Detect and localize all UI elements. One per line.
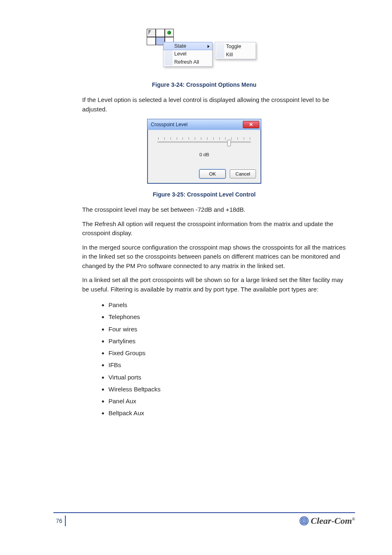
page-number: 76 (53, 516, 66, 526)
level-readout: 0 dB (155, 152, 254, 157)
slider-ticks (158, 137, 250, 140)
cancel-button[interactable]: Cancel (230, 169, 256, 178)
list-item: Partylines (108, 335, 347, 347)
slider-thumb[interactable] (227, 140, 231, 146)
context-menu: State Level Refresh All (163, 42, 212, 67)
list-item: Fixed Groups (108, 347, 347, 359)
list-item: IFBs (108, 359, 347, 371)
logo-icon (300, 517, 308, 525)
port-type-list: PanelsTelephonesFour wiresPartylinesFixe… (99, 299, 347, 419)
page-footer: 76 Clear-Com® (53, 512, 355, 526)
active-indicator-icon (167, 31, 171, 35)
body-text: If the Level option is selected a level … (82, 95, 347, 114)
list-item: Panel Aux (108, 395, 347, 407)
brand-logo: Clear-Com® (300, 516, 355, 526)
menu-item-refresh-all[interactable]: Refresh All (164, 58, 212, 66)
body-text: In the merged source configuration the c… (82, 243, 347, 271)
menu-label: Refresh All (174, 59, 199, 65)
body-text: In a linked set all the port crosspoints… (82, 275, 347, 294)
figure-caption-2: Figure 3-25: Crosspoint Level Control (53, 191, 355, 198)
list-item: Virtual ports (108, 371, 347, 383)
dialog-title: Crosspoint Level (151, 122, 187, 127)
crosspoint-options-figure: State Level Refresh All Toggle Kill (147, 29, 262, 74)
list-item: Wireless Beltpacks (108, 383, 347, 395)
figure-caption-1: Figure 3-24: Crosspoint Options Menu (53, 81, 355, 88)
body-text: The Refresh All option will request the … (82, 220, 347, 238)
slider-groove (157, 141, 251, 143)
close-button[interactable]: ✕ (243, 121, 259, 128)
level-slider[interactable] (155, 137, 254, 147)
submenu-item-toggle[interactable]: Toggle (215, 42, 256, 51)
crosspoint-level-dialog: Crosspoint Level ✕ 0 dB OK (147, 119, 261, 184)
body-text: The crosspoint level may be set between … (82, 205, 347, 215)
submenu-item-kill[interactable]: Kill (215, 51, 256, 59)
context-submenu: Toggle Kill (215, 42, 256, 59)
list-item: Telephones (108, 311, 347, 323)
menu-label: Kill (226, 52, 233, 58)
menu-label: Level (174, 51, 187, 57)
list-item: Four wires (108, 323, 347, 335)
menu-label: Toggle (226, 44, 241, 49)
list-item: Panels (108, 299, 347, 311)
dialog-titlebar[interactable]: Crosspoint Level ✕ (148, 119, 261, 130)
menu-label: State (174, 43, 186, 49)
submenu-arrow-icon (208, 45, 210, 48)
menu-item-state[interactable]: State (163, 42, 212, 50)
brand-name: Clear-Com (311, 516, 352, 526)
triangle-icon (148, 30, 154, 35)
menu-item-level[interactable]: Level (164, 50, 212, 58)
list-item: Beltpack Aux (108, 407, 347, 419)
ok-button[interactable]: OK (199, 169, 226, 178)
